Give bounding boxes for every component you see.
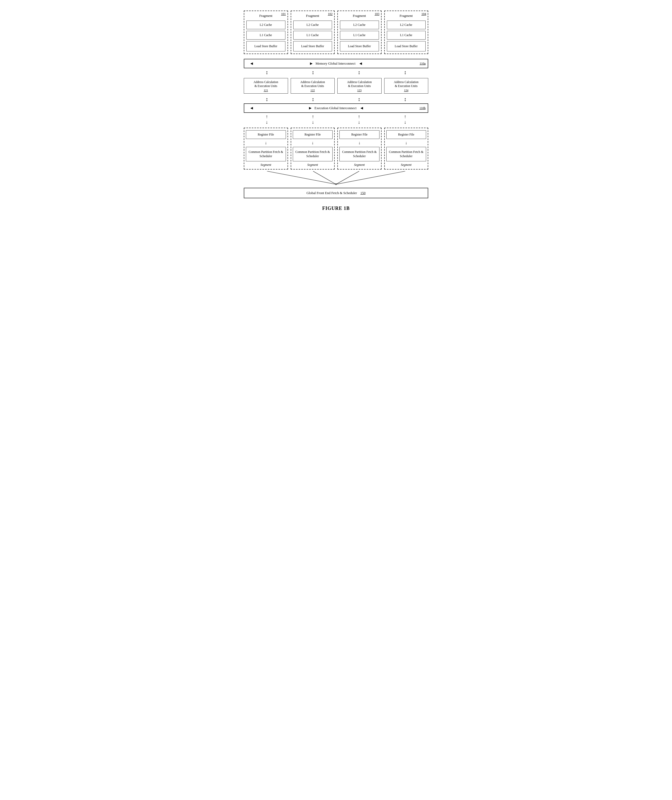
- fragment-102-num: 102: [328, 12, 333, 16]
- exec-left-arrow-icon-2: ◄: [360, 106, 364, 111]
- fragment-101-title: Fragment: [246, 13, 285, 19]
- fragment-101: 101 Fragment L2 Cache L1 Cache Load Stor…: [244, 11, 288, 54]
- fragment-103-title: Fragment: [340, 13, 379, 19]
- fragment-103-num: 103: [375, 12, 379, 16]
- arrow-exec-seg-1: ↑ ↓: [244, 114, 290, 125]
- addr-unit-123: Address Calculation & Execution Units 12…: [337, 78, 382, 94]
- exec-left-arrow-icon: ◄: [250, 106, 254, 111]
- fragment-102-lsb: Load Store Buffer: [293, 41, 332, 51]
- converge-svg: [244, 171, 428, 186]
- fragment-103-lsb: Load Store Buffer: [340, 41, 379, 51]
- arrow-exec-seg-2: ↑ ↓: [290, 114, 336, 125]
- memory-interconnect-inner: ◄ ► Memory Global Interconnect ◄: [247, 61, 425, 66]
- fragment-103-l2: L2 Cache: [340, 21, 379, 29]
- memory-interconnect-num: 110a: [419, 61, 426, 66]
- fragment-101-l1: L1 Cache: [246, 31, 285, 40]
- arrow-exec-seg-3: ↑ ↓: [336, 114, 382, 125]
- seg1-register-file: Register File: [246, 130, 286, 139]
- addr-unit-124-line2: & Execution Units: [395, 84, 418, 88]
- seg4-label: Segment: [401, 163, 412, 167]
- arrow-mem-addr-4: ↕: [382, 69, 428, 75]
- fragment-104-lsb: Load Store Buffer: [387, 41, 426, 51]
- arrows-exec-to-seg: ↑ ↓ ↑ ↓ ↑ ↓ ↑ ↓: [244, 113, 428, 126]
- seg1-label: Segment: [260, 163, 271, 167]
- addr-unit-124-num: 124: [386, 88, 427, 92]
- memory-interconnect-bar: ◄ ► Memory Global Interconnect ◄ 110a: [244, 59, 428, 68]
- addr-unit-123-line2: & Execution Units: [348, 84, 371, 88]
- page: 101 Fragment L2 Cache L1 Cache Load Stor…: [244, 11, 428, 211]
- seg4-cp-label: Common Partition Fetch & Scheduler: [386, 147, 426, 162]
- arrow-addr-exec-3: ↕: [336, 96, 382, 102]
- exec-right-arrow-icon: ►: [308, 106, 312, 111]
- addr-unit-121: Address Calculation & Execution Units 12…: [244, 78, 288, 94]
- seg3-label: Segment: [354, 163, 365, 167]
- left-arrow-icon-2: ◄: [358, 61, 363, 66]
- seg3-down-arrow: ↓: [358, 141, 360, 145]
- up-arrow-exec-seg-4: ↑: [404, 114, 406, 119]
- addr-unit-122: Address Calculation & Execution Units 12…: [291, 78, 335, 94]
- svg-line-2: [336, 171, 359, 184]
- figure-label: FIGURE 1B: [322, 206, 350, 211]
- fragment-103: 103 Fragment L2 Cache L1 Cache Load Stor…: [337, 11, 382, 54]
- arrow-exec-seg-4: ↑ ↓: [382, 114, 428, 125]
- seg2-register-file: Register File: [293, 130, 333, 139]
- addr-unit-124-line1: Address Calculation: [394, 80, 419, 83]
- addr-unit-122-line1: Address Calculation: [300, 80, 325, 83]
- addr-unit-124: Address Calculation & Execution Units 12…: [384, 78, 429, 94]
- segment-2: Register File ↓ Common Partition Fetch &…: [291, 128, 335, 170]
- fragment-102: 102 Fragment L2 Cache L1 Cache Load Stor…: [291, 11, 335, 54]
- converge-section: [244, 171, 428, 186]
- down-arrow-exec-seg-2: ↓: [312, 119, 314, 125]
- fragment-104-num: 104: [421, 12, 426, 16]
- fragment-102-l1: L1 Cache: [293, 31, 332, 40]
- fragment-103-l1: L1 Cache: [340, 31, 379, 40]
- arrow-addr-exec-2: ↕: [290, 96, 336, 102]
- svg-line-1: [313, 171, 336, 184]
- segment-3: Register File ↓ Common Partition Fetch &…: [337, 128, 382, 170]
- memory-interconnect-label: Memory Global Interconnect: [315, 61, 355, 66]
- down-arrow-exec-seg-1: ↓: [266, 119, 268, 125]
- fragment-104-l2: L2 Cache: [387, 21, 426, 29]
- fragment-101-l2: L2 Cache: [246, 21, 285, 29]
- seg2-cp-label: Common Partition Fetch & Scheduler: [293, 147, 333, 162]
- arrows-mem-to-addr: ↕ ↕ ↕ ↕: [244, 68, 428, 77]
- arrow-mem-addr-1: ↕: [244, 69, 290, 75]
- addr-unit-121-num: 121: [245, 88, 287, 92]
- right-arrow-icon-left: ►: [309, 61, 314, 66]
- execution-interconnect-bar: ◄ ► Execution Global Interconnect ◄ 110b: [244, 103, 428, 113]
- fragment-104: 104 Fragment L2 Cache L1 Cache Load Stor…: [384, 11, 429, 54]
- segment-4: Register File ↓ Common Partition Fetch &…: [384, 128, 429, 170]
- addr-unit-123-num: 123: [339, 88, 380, 92]
- svg-marker-4: [335, 184, 337, 185]
- fragments-row: 101 Fragment L2 Cache L1 Cache Load Stor…: [244, 11, 428, 54]
- global-front-end-label: Global Front End Fetch & Scheduler: [307, 191, 357, 195]
- up-arrow-exec-seg-2: ↑: [312, 114, 314, 119]
- fragment-102-title: Fragment: [293, 13, 332, 19]
- execution-interconnect-inner: ◄ ► Execution Global Interconnect ◄: [247, 106, 425, 111]
- global-front-end-num: 150: [360, 191, 366, 195]
- fragment-101-lsb: Load Store Buffer: [246, 41, 285, 51]
- svg-line-0: [267, 171, 336, 184]
- arrow-addr-exec-1: ↕: [244, 96, 290, 102]
- down-arrow-exec-seg-4: ↓: [404, 119, 406, 125]
- segment-1: Register File ↓ Common Partition Fetch &…: [244, 128, 288, 170]
- fragment-104-l1: L1 Cache: [387, 31, 426, 40]
- fragment-104-title: Fragment: [387, 13, 426, 19]
- arrow-mem-addr-3: ↕: [336, 69, 382, 75]
- fragment-101-num: 101: [281, 12, 286, 16]
- addr-unit-122-line2: & Execution Units: [301, 84, 324, 88]
- seg4-down-arrow: ↓: [405, 141, 407, 145]
- left-arrow-icon: ◄: [250, 61, 254, 66]
- fragment-102-l2: L2 Cache: [293, 21, 332, 29]
- addr-unit-121-line1: Address Calculation: [253, 80, 278, 83]
- arrow-addr-exec-4: ↕: [382, 96, 428, 102]
- seg2-down-arrow: ↓: [312, 141, 314, 145]
- arrow-mem-addr-2: ↕: [290, 69, 336, 75]
- addr-row: Address Calculation & Execution Units 12…: [244, 78, 428, 94]
- addr-unit-123-line1: Address Calculation: [347, 80, 372, 83]
- segments-row: Register File ↓ Common Partition Fetch &…: [244, 128, 428, 170]
- seg3-register-file: Register File: [339, 130, 379, 139]
- up-arrow-exec-seg-1: ↑: [266, 114, 268, 119]
- execution-interconnect-label: Execution Global Interconnect: [314, 106, 357, 110]
- execution-interconnect-num: 110b: [419, 106, 426, 110]
